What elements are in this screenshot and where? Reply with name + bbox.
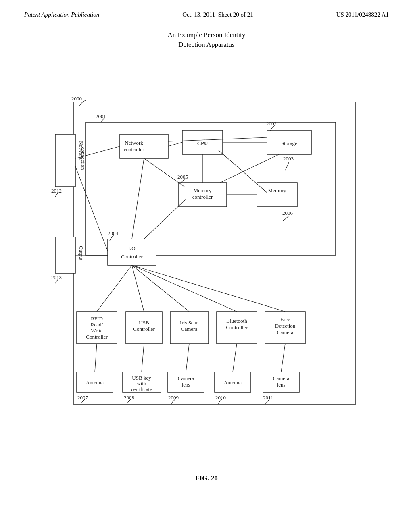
svg-text:2009: 2009 xyxy=(168,395,179,401)
svg-text:2012: 2012 xyxy=(51,188,62,194)
svg-text:Output: Output xyxy=(78,246,84,261)
svg-text:Memory: Memory xyxy=(194,187,212,193)
svg-text:connection: connection xyxy=(80,147,86,170)
svg-text:2013: 2013 xyxy=(51,274,62,281)
svg-text:USB key: USB key xyxy=(132,375,151,381)
svg-text:Iris Scan: Iris Scan xyxy=(180,320,198,326)
svg-text:CPU: CPU xyxy=(197,140,208,146)
svg-text:lens: lens xyxy=(182,382,190,388)
svg-text:I/O: I/O xyxy=(128,245,135,251)
svg-text:Antenna: Antenna xyxy=(224,380,242,386)
svg-text:2005: 2005 xyxy=(177,174,188,180)
svg-text:controller: controller xyxy=(192,194,213,200)
svg-text:2007: 2007 xyxy=(77,395,88,401)
svg-text:Write: Write xyxy=(91,328,102,334)
diagram-svg: text { font-family: 'Times New Roman', T… xyxy=(33,54,380,497)
svg-text:2008: 2008 xyxy=(124,395,134,401)
svg-text:Controller: Controller xyxy=(226,324,248,330)
svg-text:Network: Network xyxy=(125,140,143,146)
svg-text:2003: 2003 xyxy=(283,156,294,162)
svg-text:Face: Face xyxy=(280,316,290,322)
svg-text:with: with xyxy=(137,380,146,387)
svg-text:Controller: Controller xyxy=(121,254,143,260)
svg-text:Camera: Camera xyxy=(273,375,290,381)
svg-rect-34 xyxy=(55,134,75,187)
svg-text:Storage: Storage xyxy=(281,140,297,146)
svg-rect-15 xyxy=(257,183,297,207)
svg-text:controller: controller xyxy=(124,146,144,152)
svg-text:Read/: Read/ xyxy=(91,322,103,328)
svg-text:RFID: RFID xyxy=(91,316,103,322)
svg-text:2000: 2000 xyxy=(71,96,82,102)
diagram-title: An Example Person Identity Detection App… xyxy=(33,30,380,50)
header-center: Oct. 13, 2011 Sheet 20 of 21 xyxy=(182,11,253,18)
svg-text:Camera: Camera xyxy=(181,326,198,332)
header-left: Patent Application Publication xyxy=(24,11,99,18)
svg-text:Camera: Camera xyxy=(277,329,294,335)
svg-text:Controller: Controller xyxy=(133,326,155,332)
svg-text:lens: lens xyxy=(277,382,286,388)
svg-text:2010: 2010 xyxy=(215,395,226,401)
svg-text:2004: 2004 xyxy=(108,230,119,236)
svg-text:certificate: certificate xyxy=(131,386,152,392)
svg-text:Bluetooth: Bluetooth xyxy=(226,318,247,324)
svg-text:Controller: Controller xyxy=(86,334,108,340)
svg-text:Detection: Detection xyxy=(275,323,296,329)
diagram-area: An Example Person Identity Detection App… xyxy=(33,30,380,474)
svg-text:Antenna: Antenna xyxy=(86,380,104,386)
svg-text:Memory: Memory xyxy=(268,187,286,193)
svg-rect-28 xyxy=(108,239,156,265)
svg-rect-40 xyxy=(55,237,75,273)
header-right: US 2011/0248822 A1 xyxy=(336,11,389,18)
svg-text:USB: USB xyxy=(139,320,149,326)
svg-text:2006: 2006 xyxy=(282,210,293,216)
svg-text:Camera: Camera xyxy=(178,375,194,381)
svg-text:2002: 2002 xyxy=(266,121,277,127)
svg-text:2011: 2011 xyxy=(263,395,273,401)
